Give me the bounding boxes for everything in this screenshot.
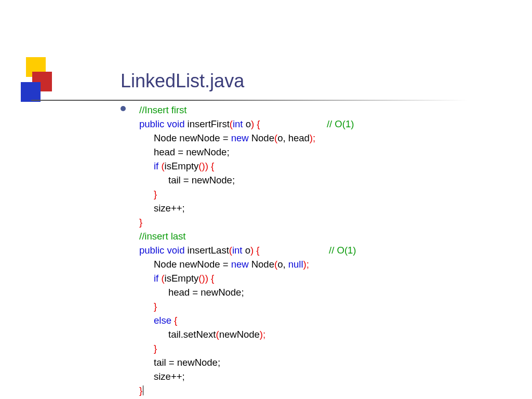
code-keyword: new — [231, 259, 249, 270]
slide-title: LinkedList.java — [121, 70, 244, 92]
code-punct: } — [139, 217, 142, 228]
code-text: Node newNode = — [154, 132, 231, 143]
code-punct: ); — [260, 329, 265, 340]
code-block: //Insert first public void insertFirst(i… — [139, 103, 356, 397]
code-text: head = newNode; — [168, 287, 244, 298]
text-cursor-icon — [143, 385, 143, 395]
code-text: size++; — [154, 203, 185, 214]
code-punct: { — [254, 118, 260, 129]
code-text: head = newNode; — [154, 147, 230, 157]
code-keyword: public — [139, 118, 164, 129]
code-text: newNode — [219, 329, 260, 340]
title-decoration-icon — [21, 57, 62, 119]
code-punct: } — [154, 301, 157, 312]
code-ident: insertFirst — [184, 118, 229, 129]
code-text: size++; — [154, 371, 185, 382]
code-ident: o — [243, 118, 251, 129]
code-text: Node — [249, 259, 274, 270]
code-text: tail = newNode; — [154, 357, 220, 368]
code-comment: // O(1) — [329, 245, 356, 256]
code-punct: } — [154, 189, 157, 200]
code-keyword: if — [154, 161, 158, 171]
code-comment: // O(1) — [327, 118, 354, 129]
code-keyword: public — [139, 245, 164, 256]
code-punct: { — [171, 315, 177, 326]
svg-rect-2 — [21, 82, 41, 102]
code-keyword: int — [233, 118, 243, 129]
code-punct: ()) { — [198, 273, 214, 284]
code-keyword: void — [167, 118, 184, 129]
code-text: o, head — [277, 132, 310, 143]
svg-rect-0 — [26, 57, 46, 77]
code-text: Node newNode = — [154, 259, 231, 270]
code-text: isEmpty — [165, 161, 199, 171]
code-keyword: void — [167, 245, 184, 256]
title-underline — [31, 100, 468, 101]
slide: LinkedList.java //Insert first public vo… — [0, 0, 532, 399]
code-ident: insertLast — [184, 245, 229, 256]
code-text: Node — [249, 132, 274, 143]
code-keyword: int — [232, 245, 243, 256]
code-punct: ); — [310, 132, 315, 143]
code-keyword: if — [154, 273, 158, 284]
code-comment: //Insert first — [139, 104, 187, 115]
code-ident: o — [243, 245, 250, 256]
code-punct: { — [254, 245, 259, 256]
code-comment: //insert last — [139, 231, 185, 242]
code-punct: } — [139, 385, 142, 396]
code-text: isEmpty — [165, 273, 199, 284]
code-punct: } — [154, 343, 157, 354]
code-keyword: else — [154, 315, 171, 326]
code-keyword: new — [231, 132, 249, 143]
bullet-icon — [121, 106, 126, 111]
code-punct: ()) { — [198, 161, 214, 171]
code-text: o, — [277, 259, 288, 270]
code-keyword: null — [288, 259, 303, 270]
code-punct: ); — [303, 259, 309, 270]
code-text: tail = newNode; — [168, 175, 235, 185]
code-text: tail.setNext — [168, 329, 216, 340]
svg-rect-1 — [32, 72, 52, 91]
